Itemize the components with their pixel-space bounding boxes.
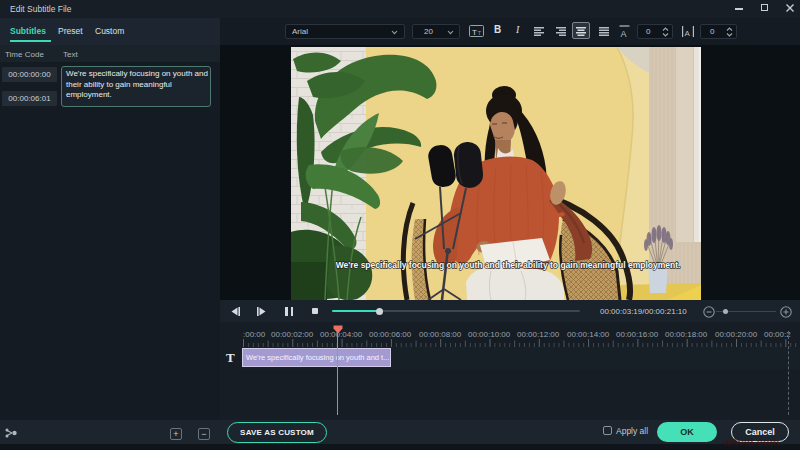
svg-text:A: A [621, 29, 627, 38]
svg-text:A: A [685, 29, 691, 38]
svg-text:T: T [478, 30, 482, 36]
svg-text:T: T [472, 28, 477, 37]
svg-text:We're specifically focusing on: We're specifically focusing on youth and… [336, 260, 681, 270]
